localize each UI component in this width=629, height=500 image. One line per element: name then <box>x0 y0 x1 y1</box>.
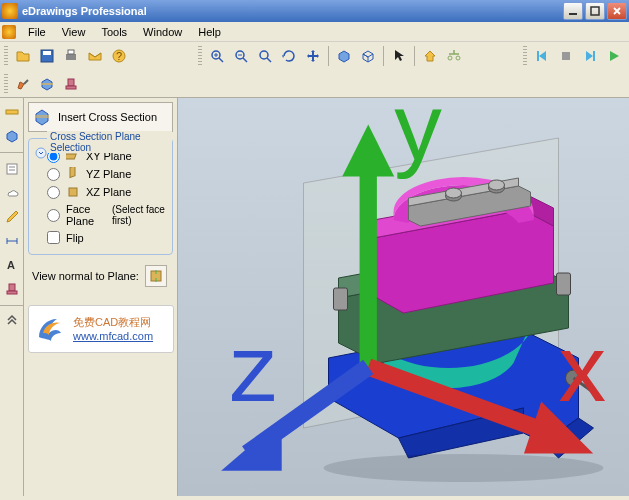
svg-point-20 <box>456 56 460 60</box>
svg-rect-23 <box>593 51 595 61</box>
plane-selection-group: Cross Section Plane Selection XY Plane Y… <box>28 138 173 255</box>
toolbar-grip[interactable] <box>4 74 8 94</box>
svg-marker-65 <box>342 125 394 177</box>
svg-rect-21 <box>537 51 539 61</box>
collapse-icon[interactable] <box>35 147 47 159</box>
yz-plane-option[interactable]: YZ Plane <box>47 167 166 181</box>
rotate-button[interactable] <box>278 45 300 67</box>
expand-tool[interactable] <box>2 312 22 332</box>
toolbar-grip[interactable] <box>523 46 527 66</box>
cross-section-icon <box>32 106 54 128</box>
svg-rect-35 <box>9 284 15 291</box>
view-normal-label: View normal to Plane: <box>32 270 139 282</box>
svg-text:x: x <box>559 315 607 421</box>
xz-plane-icon <box>66 185 80 199</box>
menu-bar: File View Tools Window Help <box>0 22 629 42</box>
help-button[interactable]: ? <box>108 45 130 67</box>
section-tool[interactable] <box>2 126 22 146</box>
svg-line-66 <box>368 367 558 436</box>
svg-line-16 <box>267 58 271 62</box>
minimize-button[interactable] <box>563 2 583 20</box>
menu-app-icon <box>2 25 16 39</box>
section-toolbar-button[interactable] <box>36 73 58 95</box>
flip-option[interactable]: Flip <box>47 231 166 244</box>
print-button[interactable] <box>60 45 82 67</box>
first-button[interactable] <box>531 45 553 67</box>
toolbar-separator <box>328 46 329 66</box>
svg-rect-40 <box>70 167 75 178</box>
play-button[interactable] <box>603 45 625 67</box>
maximize-button[interactable] <box>585 2 605 20</box>
svg-point-38 <box>36 148 46 158</box>
svg-line-9 <box>219 58 223 62</box>
dimension-tool[interactable] <box>2 231 22 251</box>
toolbar-grip[interactable] <box>4 46 8 66</box>
watermark-logo-icon <box>33 311 69 347</box>
open-button[interactable] <box>12 45 34 67</box>
menu-tools[interactable]: Tools <box>93 24 135 40</box>
menu-window[interactable]: Window <box>135 24 190 40</box>
markup-button[interactable] <box>12 73 34 95</box>
svg-rect-0 <box>569 13 577 15</box>
save-button[interactable] <box>36 45 58 67</box>
view-toolbar <box>194 42 469 70</box>
send-button[interactable] <box>84 45 106 67</box>
menu-file[interactable]: File <box>20 24 54 40</box>
text-tool[interactable]: A <box>2 255 22 275</box>
menu-view[interactable]: View <box>54 24 94 40</box>
flip-label: Flip <box>66 232 84 244</box>
svg-text:A: A <box>7 259 15 271</box>
yz-plane-radio[interactable] <box>47 168 60 181</box>
home-button[interactable] <box>419 45 441 67</box>
svg-rect-36 <box>7 291 17 294</box>
left-toolstrip: A <box>0 98 24 496</box>
stamp-button[interactable] <box>60 73 82 95</box>
view-normal-button[interactable] <box>145 265 167 287</box>
3d-viewport[interactable]: y x z <box>178 98 629 496</box>
svg-rect-3 <box>43 51 51 55</box>
svg-text:?: ? <box>116 50 122 62</box>
svg-rect-28 <box>7 164 17 174</box>
svg-point-19 <box>448 56 452 60</box>
svg-rect-41 <box>69 188 77 196</box>
watermark-badge: 免费CAD教程网 www.mfcad.com <box>28 305 174 353</box>
svg-text:z: z <box>230 315 278 421</box>
face-plane-radio[interactable] <box>47 209 60 222</box>
face-plane-option[interactable]: Face Plane (Select face first) <box>47 203 166 227</box>
yz-plane-label: YZ Plane <box>86 168 131 180</box>
pan-button[interactable] <box>302 45 324 67</box>
select-button[interactable] <box>388 45 410 67</box>
svg-rect-4 <box>66 54 76 60</box>
xz-plane-option[interactable]: XZ Plane <box>47 185 166 199</box>
measure-tool[interactable] <box>2 102 22 122</box>
yz-plane-icon <box>66 167 80 181</box>
main-toolbar: ? <box>0 42 134 70</box>
xz-plane-label: XZ Plane <box>86 186 131 198</box>
svg-point-15 <box>260 51 268 59</box>
toolbar-grip[interactable] <box>198 46 202 66</box>
cloud-tool[interactable] <box>2 183 22 203</box>
close-button[interactable] <box>607 2 627 20</box>
stamp-tool[interactable] <box>2 279 22 299</box>
perspective-button[interactable] <box>357 45 379 67</box>
zoom-in-button[interactable] <box>206 45 228 67</box>
panel-header: Insert Cross Section <box>28 102 173 132</box>
svg-marker-69 <box>221 419 282 471</box>
orientation-triad: y x z <box>186 98 629 488</box>
toolbar-separator <box>414 46 415 66</box>
zoom-out-button[interactable] <box>230 45 252 67</box>
shaded-button[interactable] <box>333 45 355 67</box>
flip-checkbox[interactable] <box>47 231 60 244</box>
secondary-toolbar <box>0 70 629 98</box>
menu-help[interactable]: Help <box>190 24 229 40</box>
pencil-tool[interactable] <box>2 207 22 227</box>
zoom-fit-button[interactable] <box>254 45 276 67</box>
xz-plane-radio[interactable] <box>47 186 60 199</box>
mass-props-button[interactable] <box>443 45 465 67</box>
note-tool[interactable] <box>2 159 22 179</box>
next-button[interactable] <box>579 45 601 67</box>
group-title: Cross Section Plane Selection <box>47 131 172 153</box>
svg-line-13 <box>243 58 247 62</box>
stop-button[interactable] <box>555 45 577 67</box>
title-bar: eDrawings Professional <box>0 0 629 22</box>
